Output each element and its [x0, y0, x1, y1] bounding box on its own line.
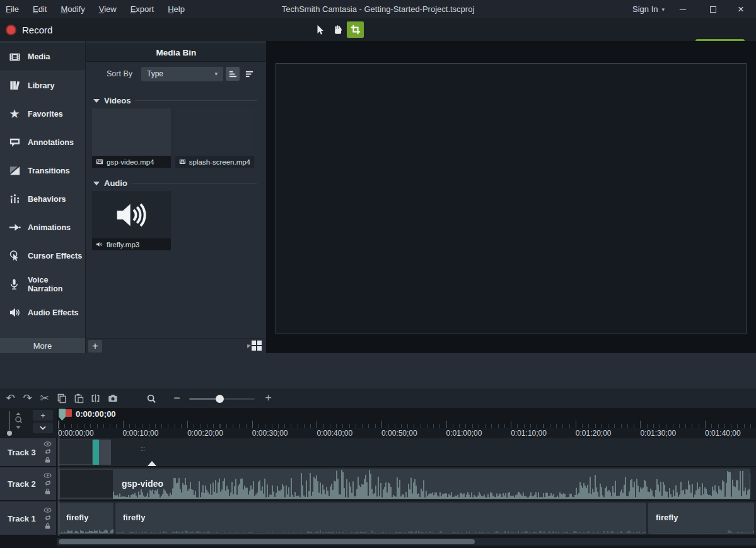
- media-item-firefly[interactable]: firefly.mp3: [92, 191, 171, 250]
- sidebar-more-button[interactable]: More: [0, 338, 85, 353]
- collapse-tracks-button[interactable]: [33, 423, 53, 433]
- lock-icon[interactable]: [44, 488, 51, 495]
- playhead-line[interactable]: [59, 421, 59, 536]
- timeline-clip-firefly-2[interactable]: firefly: [115, 503, 646, 533]
- split-button[interactable]: [87, 391, 104, 406]
- loop-icon[interactable]: [44, 480, 52, 487]
- clip-label: firefly: [656, 513, 678, 522]
- sort-ascending-button[interactable]: [226, 67, 240, 81]
- scissors-icon: ✂: [40, 393, 49, 404]
- timeline-clip-annotation[interactable]: ⋯⋯: [59, 440, 111, 465]
- menu-edit[interactable]: Edit: [33, 4, 47, 14]
- minimize-button[interactable]: ─: [672, 0, 694, 18]
- sidebar-item-library[interactable]: Library: [0, 71, 85, 100]
- speaker-icon: [114, 199, 149, 231]
- record-button[interactable]: Record: [6, 20, 52, 39]
- timeline: + 0:00:00;00 0:00:00;000:00:10;000:00:20…: [0, 408, 756, 548]
- zoom-out-button[interactable]: −: [168, 391, 185, 406]
- clip-thumbnail: [60, 470, 113, 498]
- eye-icon[interactable]: [44, 441, 52, 447]
- sidebar-item-animations[interactable]: Animations: [0, 213, 85, 242]
- sidebar-item-label: Audio Effects: [28, 308, 79, 317]
- sidebar-item-audio-effects[interactable]: Audio Effects: [0, 298, 85, 327]
- timeline-ruler[interactable]: 0:00:00;00 0:00:00;000:00:10;000:00:20;0…: [57, 408, 756, 438]
- ruler-label: 0:01:30;00: [640, 429, 676, 438]
- track-3-lane[interactable]: ⋯⋯: [57, 438, 756, 466]
- sidebar-item-behaviors[interactable]: Behaviors: [0, 185, 85, 213]
- menu-help[interactable]: Help: [168, 4, 185, 14]
- menu-file[interactable]: File: [6, 4, 19, 14]
- view-mode-button[interactable]: [247, 341, 262, 351]
- sidebar-item-cursor-effects[interactable]: Cursor Effects: [0, 242, 85, 270]
- sort-descending-button[interactable]: [242, 67, 256, 81]
- paste-button[interactable]: [70, 391, 87, 406]
- loop-icon[interactable]: [44, 448, 52, 455]
- sign-in-label: Sign In: [632, 4, 658, 14]
- slider-handle[interactable]: [216, 395, 224, 403]
- lock-icon[interactable]: [44, 457, 51, 463]
- sidebar-item-voice-narration[interactable]: Voice Narration: [0, 270, 85, 298]
- sidebar-item-annotations[interactable]: Annotations: [0, 128, 85, 156]
- sidebar-item-favorites[interactable]: ★ Favorites: [0, 100, 85, 128]
- menu-view[interactable]: View: [99, 4, 117, 14]
- timeline-clip-gsp-video[interactable]: gsp-video: [59, 469, 750, 499]
- media-item-gsp-video[interactable]: gsp-video.mp4: [92, 108, 171, 168]
- sidebar-item-label: Animations: [28, 223, 71, 232]
- camera-icon: [107, 393, 119, 404]
- track-3-header: Track 3: [0, 438, 57, 466]
- media-item-splash-screen[interactable]: splash-screen.mp4: [175, 108, 254, 168]
- timeline-zoom-slider[interactable]: [189, 391, 255, 406]
- ruler-label: 0:01:10;00: [511, 429, 547, 438]
- ruler-label: 0:00:30;00: [252, 429, 288, 438]
- magnifier-icon: [146, 394, 156, 404]
- scrollbar-thumb[interactable]: [59, 539, 475, 544]
- copy-button[interactable]: [53, 391, 70, 406]
- audio-section-header[interactable]: Audio: [93, 178, 257, 189]
- track-name: Track 3: [8, 448, 36, 457]
- menu-modify[interactable]: Modify: [61, 4, 84, 14]
- sort-by-label: Sort By: [107, 69, 132, 78]
- sign-in-menu[interactable]: Sign In ▾: [632, 0, 665, 18]
- add-track-button[interactable]: +: [33, 410, 53, 421]
- eye-icon[interactable]: [44, 473, 52, 479]
- media-item-name: gsp-video.mp4: [107, 158, 154, 166]
- screenshot-button[interactable]: [104, 391, 121, 406]
- track-1-lane[interactable]: firefly firefly firefly: [57, 501, 756, 535]
- loop-icon[interactable]: [44, 514, 52, 521]
- horizontal-scrollbar[interactable]: [57, 538, 756, 545]
- chevron-down-icon: [40, 426, 46, 430]
- add-media-button[interactable]: +: [88, 340, 102, 353]
- lock-icon[interactable]: [44, 522, 51, 529]
- menu-export[interactable]: Export: [131, 4, 154, 14]
- videos-section-header[interactable]: Videos: [93, 95, 257, 106]
- zoom-in-button[interactable]: +: [260, 391, 277, 406]
- sidebar-item-transitions[interactable]: Transitions: [0, 156, 85, 185]
- ruler-labels: 0:00:00;000:00:10;000:00:20;000:00:30;00…: [57, 428, 756, 438]
- copy-icon: [56, 393, 67, 404]
- maximize-button[interactable]: [702, 0, 724, 18]
- undo-button[interactable]: ↶: [2, 391, 19, 406]
- timeline-clip-firefly-3[interactable]: firefly: [648, 503, 754, 533]
- crop-tool-button[interactable]: [347, 21, 364, 38]
- sidebar-item-media[interactable]: Media: [0, 43, 85, 71]
- select-tool-button[interactable]: [311, 21, 329, 38]
- cut-button[interactable]: ✂: [36, 391, 53, 406]
- eye-icon[interactable]: [44, 507, 52, 513]
- close-button[interactable]: ×: [730, 0, 752, 18]
- redo-button[interactable]: ↷: [19, 391, 36, 406]
- sidebar-item-label: Favorites: [28, 110, 63, 119]
- transition-marker-icon[interactable]: [148, 461, 156, 466]
- playback-bar: 00:00 / 02:48 30 fps ⚙ Properties: [0, 353, 756, 388]
- timeline-zoom-button[interactable]: [142, 391, 160, 406]
- playhead-in-out-handle[interactable]: [66, 409, 72, 417]
- pan-tool-button[interactable]: [329, 21, 346, 38]
- sidebar-item-label: Voice Narration: [28, 276, 85, 293]
- transition-icon: [8, 165, 21, 177]
- undo-icon: ↶: [6, 393, 15, 404]
- sort-by-dropdown[interactable]: Type ▾: [141, 67, 223, 81]
- canvas[interactable]: [276, 63, 747, 334]
- timeline-clip-firefly-1[interactable]: firefly: [59, 503, 113, 533]
- playhead-handle[interactable]: [59, 409, 66, 421]
- track-2-lane[interactable]: gsp-video: [57, 467, 756, 500]
- media-bin-footer: +: [86, 338, 267, 353]
